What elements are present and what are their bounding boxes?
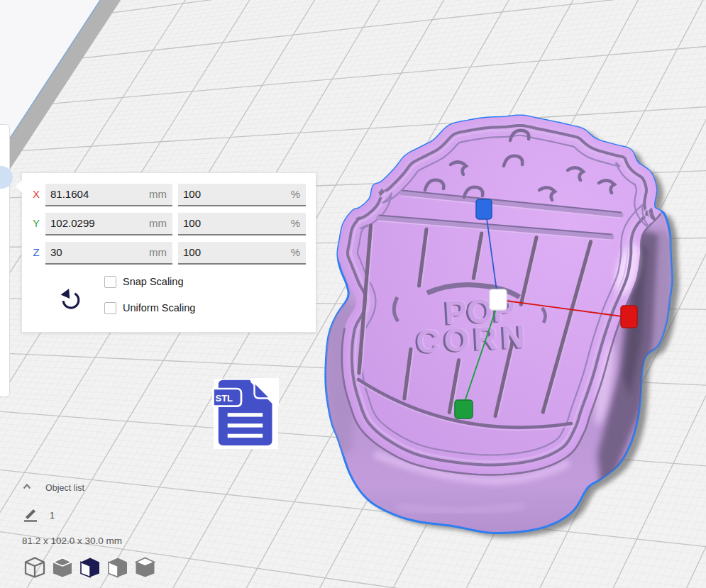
svg-text:Object list: Object list <box>45 483 84 493</box>
svg-text:81.2 x 102.0 x 30.0 mm: 81.2 x 102.0 x 30.0 mm <box>22 536 122 546</box>
svg-text:1: 1 <box>50 511 55 521</box>
svg-text:CORN: CORN <box>415 318 530 360</box>
svg-text:STL: STL <box>216 393 233 404</box>
